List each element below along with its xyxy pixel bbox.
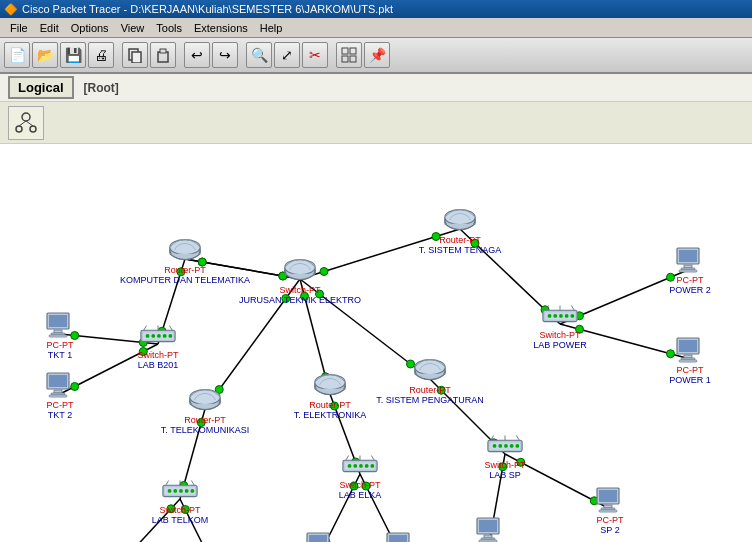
svg-point-146 [190,489,194,493]
menu-file[interactable]: File [4,20,34,36]
node-switch_lab_telkom[interactable]: Switch-PT LAB TELKOM [150,474,210,526]
svg-line-149 [191,481,194,486]
node-router_pengaturan[interactable]: Router-PT T. SISTEM PENGATURAN [400,354,460,406]
node-router_jurusan[interactable]: Switch-PT JURUSAN TEKNIK ELEKTRO [270,254,330,306]
icon-row [0,102,752,144]
pointer-button[interactable]: ⤢ [274,42,300,68]
svg-rect-164 [679,360,697,362]
svg-point-116 [570,314,574,318]
new-button[interactable]: 📄 [4,42,30,68]
paste-button[interactable] [150,42,176,68]
svg-rect-156 [49,375,67,387]
switch-icon-switch_lab_elka [340,449,380,481]
open-button[interactable]: 📂 [32,42,58,68]
svg-point-102 [146,334,150,338]
menubar: File Edit Options View Tools Extensions … [0,18,752,38]
node-switch_lab_sp[interactable]: Switch-PT LAB SP [475,429,535,481]
node-pc_tkt2[interactable]: PC-PT TKT 2 [30,369,90,421]
node-name-label-switch_lab_b201: LAB B201 [138,361,179,371]
node-switch_lab_elka[interactable]: Switch-PT LAB ELKA [330,449,390,501]
node-router_elektronika[interactable]: Router-PT T. ELEKTRONIKA [300,369,360,421]
title-text: Cisco Packet Tracer - D:\KERJAAN\Kuliah\… [22,3,393,15]
svg-rect-167 [684,265,692,268]
node-pc_elka1[interactable]: PC-PT ELKA 1 [290,529,350,542]
redo-button[interactable]: ↪ [212,42,238,68]
svg-line-11 [19,121,26,126]
node-pc_tkt1[interactable]: PC-PT TKT 1 [30,309,90,361]
node-name-label-switch_lab_telkom: LAB TELKOM [152,516,208,526]
node-name-label-pc_tkt1: TKT 1 [48,351,72,361]
menu-edit[interactable]: Edit [34,20,65,36]
node-name-label-router_komputer: KOMPUTER DAN TELEMATIKA [120,276,250,286]
svg-point-93 [415,360,445,375]
svg-point-136 [515,444,519,448]
svg-point-125 [365,464,369,468]
menu-tools[interactable]: Tools [150,20,188,36]
svg-point-143 [173,489,177,493]
node-pc_sp1[interactable]: PC-PT SP 1 [460,514,520,542]
svg-rect-157 [54,390,62,393]
svg-line-127 [346,456,349,461]
svg-rect-169 [679,270,697,272]
switch-icon-switch_lab_telkom [160,474,200,506]
router-icon-router_komputer [165,234,205,266]
save-button[interactable]: 💾 [60,42,86,68]
svg-rect-161 [679,340,697,352]
node-router_tenaga[interactable]: Router-PT T. SISTEM TENAGA [430,204,490,256]
svg-line-107 [144,326,147,331]
menu-options[interactable]: Options [65,20,115,36]
svg-rect-6 [342,56,348,62]
menu-extensions[interactable]: Extensions [188,20,254,36]
router-icon-router_tenaga [440,204,480,236]
menu-help[interactable]: Help [254,20,289,36]
node-switch_lab_power[interactable]: Switch-PT LAB POWER [530,299,590,351]
node-router_telkom[interactable]: Router-PT T. TELEKOMUNIKASI [175,384,235,436]
node-pc_elka2[interactable]: PC-PT ELKA 2 [370,529,430,542]
switch-icon-switch_lab_power [540,299,580,331]
svg-point-81 [170,240,200,255]
pc-icon-pc_sp2 [590,484,630,516]
zoom-in-button[interactable]: 🔍 [246,42,272,68]
svg-rect-1 [132,52,141,63]
logical-view-icon[interactable] [8,106,44,140]
grid-button[interactable] [336,42,362,68]
node-name-label-pc_tkt2: TKT 2 [48,411,72,421]
node-switch_lab_b201[interactable]: Switch-PT LAB B201 [128,319,188,371]
router-icon-router_elektronika [310,369,350,401]
svg-line-117 [546,306,549,311]
copy-button[interactable] [122,42,148,68]
router-icon-router_telkom [185,384,225,416]
node-pc_sp2[interactable]: PC-PT SP 2 [580,484,640,536]
node-pc_power2[interactable]: PC-PT POWER 2 [660,244,720,296]
delete-button[interactable]: ✂ [302,42,328,68]
svg-point-103 [151,334,155,338]
svg-rect-162 [684,355,692,358]
switch-icon-switch_lab_b201 [138,319,178,351]
svg-point-126 [370,464,374,468]
logical-label[interactable]: Logical [8,76,74,99]
svg-line-12 [26,121,33,126]
svg-rect-154 [49,335,67,337]
place-button[interactable]: 📌 [364,42,390,68]
node-router_komputer[interactable]: Router-PT KOMPUTER DAN TELEMATIKA [155,234,215,286]
svg-point-89 [315,375,345,390]
svg-point-10 [30,126,36,132]
node-name-label-router_telkom: T. TELEKOMUNIKASI [161,426,249,436]
svg-rect-7 [350,56,356,62]
svg-rect-181 [479,520,497,532]
switch-icon-switch_lab_sp [485,429,525,461]
node-pc_power1[interactable]: PC-PT POWER 1 [660,334,720,386]
menu-view[interactable]: View [115,20,151,36]
titlebar: 🔶 Cisco Packet Tracer - D:\KERJAAN\Kulia… [0,0,752,18]
node-name-label-switch_lab_elka: LAB ELKA [339,491,382,501]
router-icon-router_jurusan [280,254,320,286]
svg-point-105 [163,334,167,338]
svg-point-133 [498,444,502,448]
svg-line-129 [371,456,374,461]
main-canvas[interactable]: Switch-PT JURUSAN TEKNIK ELEKTRO Router-… [0,144,752,542]
undo-button[interactable]: ↩ [184,42,210,68]
pc-icon-pc_power1 [670,334,710,366]
node-name-label-switch_lab_power: LAB POWER [533,341,587,351]
print-button[interactable]: 🖨 [88,42,114,68]
node-name-label-router_pengaturan: T. SISTEM PENGATURAN [376,396,483,406]
